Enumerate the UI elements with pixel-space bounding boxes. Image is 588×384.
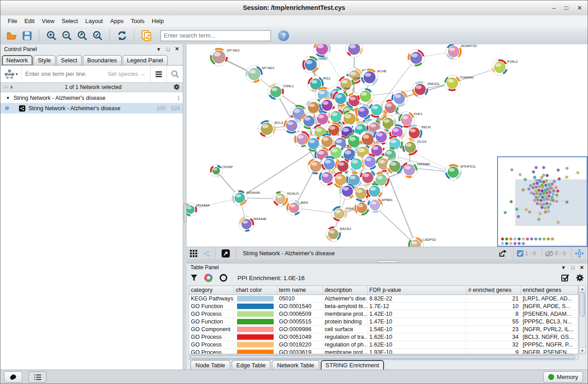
tab-legend-panel[interactable]: Legend Panel [123, 55, 168, 65]
open-file-button[interactable] [4, 29, 19, 42]
grid-icon [190, 250, 197, 257]
table-panel-close-button[interactable]: ✕ [580, 265, 584, 271]
column-header-term-name[interactable]: term name [277, 286, 323, 295]
network-row[interactable]: String Network - Alzheimer's disease 100… [0, 103, 183, 113]
menu-view[interactable]: View [38, 16, 58, 26]
string-db-selector[interactable]: STRING ▾ [0, 66, 22, 82]
column-header-enriched-genes[interactable]: # enriched genes [466, 286, 521, 295]
table-panel-undock-button[interactable]: □ [571, 265, 574, 270]
share-view-button[interactable] [200, 247, 212, 260]
zoom-fit-button[interactable] [75, 29, 90, 42]
menu-tools[interactable]: Tools [127, 16, 148, 26]
settings-gear-icon[interactable] [576, 274, 584, 282]
vertical-scroll-thumb[interactable] [580, 292, 585, 317]
ring-chart-icon[interactable] [219, 274, 228, 282]
tab-style[interactable]: Style [33, 55, 56, 65]
column-header-chart-color[interactable]: chart color [234, 286, 277, 295]
table-row[interactable]: GO FunctionGO:0001540beta-amyloid bi...1… [189, 303, 578, 310]
import-network-button[interactable] [139, 29, 154, 42]
string-term-input[interactable] [22, 70, 150, 77]
tab-network-table[interactable]: Network Table [272, 360, 319, 370]
column-header-description[interactable]: description [323, 286, 368, 295]
birds-eye-view[interactable] [497, 156, 588, 247]
panel-float-button[interactable]: ▼ [156, 47, 161, 52]
network-node[interactable] [366, 183, 383, 199]
menu-select[interactable]: Select [58, 16, 81, 26]
table-row[interactable]: GO ProcessGO:0033619membrane prot...1.93… [189, 349, 578, 354]
network-node[interactable] [387, 158, 403, 174]
column-header-fdr-p-value[interactable]: FDR p-value [368, 286, 466, 295]
tab-node-table[interactable]: Node Table [190, 360, 230, 370]
collection-row[interactable]: ▼ String Network - Alzheimer's disease 1 [0, 93, 183, 103]
menu-help[interactable]: Help [148, 16, 168, 26]
tab-boundaries[interactable]: Boundaries [83, 55, 122, 65]
gear-icon[interactable] [173, 84, 180, 90]
zoom-fit-icon [77, 30, 88, 41]
help-button[interactable]: ? [278, 30, 289, 41]
search-input[interactable] [161, 30, 271, 41]
table-row[interactable]: GO ProcessGO:0051049regulation of tra...… [189, 333, 578, 341]
table-row[interactable]: GO ProcessGO:0006509membrane prot...1.42… [189, 310, 578, 318]
table-splitter[interactable] [187, 259, 588, 263]
control-panel-title: Control Panel [4, 46, 37, 52]
export-image-button[interactable] [495, 247, 511, 260]
network-node[interactable] [391, 90, 408, 107]
selected-checkbox-icon[interactable] [517, 250, 523, 257]
save-session-button[interactable] [19, 29, 35, 42]
tab-network[interactable]: Network [2, 55, 33, 65]
tab-select[interactable]: Select [57, 55, 82, 65]
close-button[interactable]: ✕ [577, 5, 582, 11]
table-row[interactable]: KEGG Pathways05010Alzheimer's dise...8.8… [189, 295, 578, 303]
expand-icon[interactable]: ∧ [10, 84, 13, 89]
horizontal-scrollbar[interactable] [189, 355, 579, 360]
network-node[interactable] [357, 88, 374, 104]
donut-chart-icon[interactable] [204, 273, 213, 282]
grid-view-button[interactable] [187, 247, 200, 260]
scroll-down-arrow[interactable]: ▼ [579, 347, 585, 354]
navigator-icon[interactable] [575, 249, 584, 258]
string-search-button[interactable] [166, 66, 183, 82]
refresh-button[interactable] [114, 29, 130, 42]
hidden-eye-icon[interactable] [545, 251, 553, 257]
collection-count: 1 [177, 95, 180, 101]
zoom-selected-icon [92, 30, 103, 41]
minimize-button[interactable]: – [552, 5, 555, 11]
column-header-category[interactable]: category [189, 286, 234, 295]
menu-layout[interactable]: Layout [81, 16, 106, 26]
vertical-scrollbar[interactable]: ▲ ▼ [579, 286, 586, 354]
chart-color-swatch [237, 334, 274, 340]
automation-button[interactable] [4, 371, 22, 383]
select-checkbox-icon[interactable] [561, 274, 569, 282]
string-options-button[interactable] [150, 66, 166, 82]
memory-button[interactable]: Memory [543, 371, 583, 383]
filter-icon[interactable] [190, 274, 198, 281]
menu-edit[interactable]: Edit [21, 16, 38, 26]
network-node[interactable] [408, 49, 425, 66]
external-arrow-icon [222, 249, 230, 258]
tab-edge-table[interactable]: Edge Table [232, 360, 271, 370]
maximize-button[interactable]: □ [564, 5, 568, 11]
table-row[interactable]: GO ProcessGO:0019220regulation of ph...1… [189, 341, 578, 349]
network-canvas[interactable]: MT-ND2MT-ND1VSNL1GAB2ADAMTS2PVRL2TOMM40S… [187, 44, 588, 247]
menu-file[interactable]: File [4, 16, 21, 26]
tree-expand-icon[interactable]: ▼ [6, 96, 10, 100]
panel-undock-button[interactable]: □ [166, 47, 170, 52]
chart-color-swatch [237, 296, 274, 301]
tab-string-enrichment[interactable]: STRING Enrichment [321, 360, 384, 370]
save-icon [22, 31, 32, 41]
table-row[interactable]: GO ComponentGO:0009986cell surface1.54E-… [189, 326, 578, 333]
detach-view-button[interactable] [218, 247, 233, 260]
zoom-selected-button[interactable] [90, 29, 105, 42]
table-panel-float-button[interactable]: ▼ [561, 265, 566, 270]
collapse-all-icon[interactable]: ∨∨ [3, 84, 8, 89]
column-header-enriched-genes[interactable]: enriched genes [521, 286, 578, 295]
zoom-out-button[interactable] [59, 29, 75, 42]
task-list-button[interactable] [28, 371, 47, 383]
horizontal-scroll-thumb[interactable] [190, 356, 575, 359]
table-row[interactable]: GO FunctionGO:0005515protein binding1.47… [189, 318, 578, 326]
menu-apps[interactable]: Apps [107, 16, 128, 26]
panel-close-button[interactable]: ✕ [175, 46, 179, 52]
zoom-in-button[interactable] [44, 29, 59, 42]
scroll-up-arrow[interactable]: ▲ [579, 286, 585, 292]
svg-text:NCALD: NCALD [287, 192, 299, 196]
